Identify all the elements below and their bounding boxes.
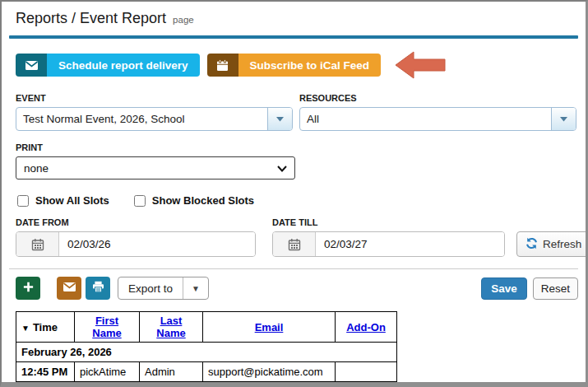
print-select[interactable]: none bbox=[16, 156, 295, 180]
show-all-slots-label: Show All Slots bbox=[35, 194, 109, 207]
print-field: PRINT none bbox=[16, 142, 578, 180]
resources-field: RESOURCES All bbox=[299, 93, 576, 131]
date-from-label: DATE FROM bbox=[16, 217, 256, 227]
print-value: none bbox=[24, 162, 277, 175]
date-from-field: DATE FROM bbox=[16, 217, 256, 257]
print-label: PRINT bbox=[16, 142, 578, 152]
refresh-button[interactable]: Refresh bbox=[516, 231, 588, 257]
add-appointment-button[interactable] bbox=[16, 277, 40, 300]
calendar-icon[interactable] bbox=[16, 232, 59, 256]
column-header-time[interactable]: ▼Time bbox=[16, 312, 75, 343]
envelope-icon bbox=[63, 282, 76, 295]
chevron-down-icon[interactable] bbox=[267, 108, 292, 130]
column-header-add-on[interactable]: Add-On bbox=[336, 312, 397, 343]
subscribe-ical-feed-button[interactable]: Subscribe to iCal Feed bbox=[207, 54, 382, 77]
date-group-row: February 26, 2026 bbox=[16, 343, 397, 362]
date-till-group bbox=[272, 231, 505, 257]
show-all-slots-checkbox[interactable]: Show All Slots bbox=[17, 194, 109, 207]
event-field: EVENT Test Normal Event, 2026, School bbox=[16, 93, 293, 131]
cell-email: support@pickatime.com bbox=[203, 362, 336, 382]
page-title: Reports / Event Report bbox=[16, 10, 166, 27]
event-combobox[interactable]: Test Normal Event, 2026, School bbox=[16, 107, 293, 131]
page-subtitle: page bbox=[173, 15, 194, 25]
plus-icon bbox=[23, 282, 34, 295]
printer-icon bbox=[92, 281, 104, 296]
chevron-down-icon[interactable]: ▼ bbox=[183, 277, 208, 299]
envelope-icon bbox=[16, 54, 47, 77]
page-header: Reports / Event Report page bbox=[16, 10, 578, 27]
cell-time: 12:45 PM bbox=[16, 362, 75, 382]
table-row[interactable]: 12:45 PM pickAtime Admin support@pickati… bbox=[16, 362, 397, 382]
print-report-button[interactable] bbox=[86, 277, 110, 300]
window: Reports / Event Report page Schedule rep… bbox=[0, 0, 588, 387]
date-row: DATE FROM DATE TILL Refresh bbox=[16, 217, 578, 257]
save-button[interactable]: Save bbox=[481, 277, 527, 300]
date-group-label: February 26, 2026 bbox=[16, 343, 397, 362]
date-till-label: DATE TILL bbox=[272, 217, 505, 227]
header-divider bbox=[9, 35, 578, 39]
reset-button[interactable]: Reset bbox=[533, 277, 578, 300]
column-header-last-name[interactable]: Last Name bbox=[140, 312, 203, 343]
date-from-input[interactable] bbox=[59, 232, 255, 256]
event-label: EVENT bbox=[16, 93, 293, 103]
calendar-icon bbox=[207, 54, 238, 77]
cell-last-name: Admin bbox=[140, 362, 203, 382]
table-header-row: ▼Time First Name Last Name Email Add-On bbox=[16, 312, 397, 343]
cell-add-on bbox=[336, 362, 397, 382]
show-blocked-slots-label: Show Blocked Slots bbox=[152, 194, 254, 207]
schedule-report-delivery-button[interactable]: Schedule report delivery bbox=[16, 54, 200, 77]
calendar-icon[interactable] bbox=[273, 232, 316, 256]
column-header-email[interactable]: Email bbox=[203, 312, 336, 343]
action-row: Schedule report delivery Subscribe to iC… bbox=[16, 50, 578, 80]
resources-value: All bbox=[300, 113, 551, 125]
event-value: Test Normal Event, 2026, School bbox=[16, 113, 267, 125]
export-to-button[interactable]: Export to ▼ bbox=[118, 277, 209, 300]
resources-combobox[interactable]: All bbox=[299, 107, 576, 131]
show-all-slots-input[interactable] bbox=[17, 195, 29, 207]
date-till-field: DATE TILL bbox=[272, 217, 505, 257]
slot-options-row: Show All Slots Show Blocked Slots bbox=[17, 194, 578, 207]
chevron-down-icon bbox=[277, 162, 287, 175]
section-divider bbox=[9, 268, 578, 269]
export-to-label: Export to bbox=[118, 277, 183, 299]
event-resources-row: EVENT Test Normal Event, 2026, School RE… bbox=[16, 93, 578, 131]
email-report-button[interactable] bbox=[57, 277, 81, 300]
arrow-left-icon bbox=[395, 50, 446, 80]
cell-first-name: pickAtime bbox=[75, 362, 140, 382]
resources-label: RESOURCES bbox=[299, 93, 576, 103]
schedule-report-delivery-label: Schedule report delivery bbox=[47, 54, 200, 77]
date-from-group bbox=[16, 231, 256, 257]
sort-desc-icon: ▼ bbox=[21, 324, 30, 333]
appointments-table: ▼Time First Name Last Name Email Add-On … bbox=[16, 311, 397, 382]
chevron-down-icon[interactable] bbox=[551, 108, 576, 130]
subscribe-ical-feed-label: Subscribe to iCal Feed bbox=[238, 54, 382, 77]
refresh-label: Refresh bbox=[543, 238, 581, 250]
show-blocked-slots-checkbox[interactable]: Show Blocked Slots bbox=[134, 194, 254, 207]
column-header-first-name[interactable]: First Name bbox=[75, 312, 140, 343]
date-till-input[interactable] bbox=[316, 232, 504, 256]
refresh-icon bbox=[525, 237, 538, 252]
show-blocked-slots-input[interactable] bbox=[134, 195, 146, 207]
toolbar: Export to ▼ Save Reset bbox=[16, 277, 578, 300]
